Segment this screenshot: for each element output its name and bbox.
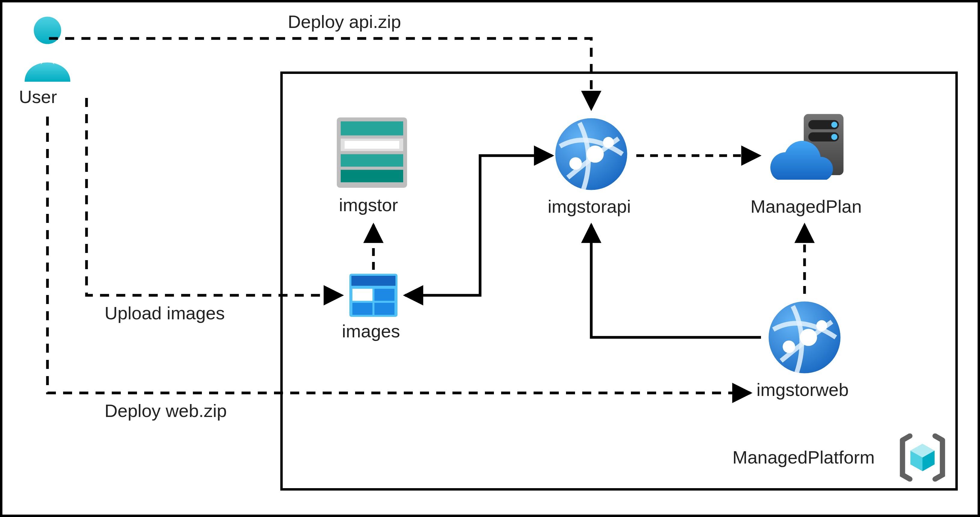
edge-deploy-web (48, 116, 751, 393)
edge-web-to-api (591, 225, 761, 337)
deploy-web-label: Deploy web.zip (105, 401, 227, 421)
upload-images-label: Upload images (105, 303, 225, 323)
edge-deploy-api (49, 38, 591, 109)
edge-upload-images (86, 98, 342, 295)
diagram-canvas: User imgstor images imgstor (0, 0, 980, 517)
edge-api-images (405, 156, 552, 295)
connectors (2, 2, 980, 517)
deploy-api-label: Deploy api.zip (288, 11, 401, 32)
